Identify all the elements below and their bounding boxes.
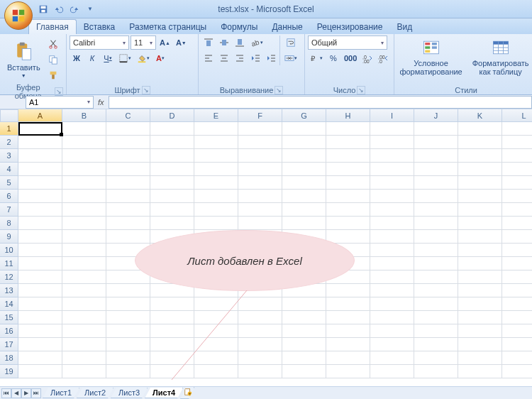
cell[interactable] <box>282 351 326 365</box>
cell[interactable] <box>194 217 238 230</box>
cell[interactable] <box>62 136 106 149</box>
name-box[interactable]: A1 ▾ <box>26 96 94 109</box>
cell[interactable] <box>238 203 282 217</box>
row-header[interactable]: 7 <box>0 203 18 217</box>
cell[interactable] <box>502 217 532 230</box>
ribbon-tab-4[interactable]: Данные <box>265 20 309 34</box>
cell[interactable] <box>414 244 458 257</box>
orientation-button[interactable]: ab▾ <box>248 35 265 50</box>
cell[interactable] <box>194 297 238 311</box>
row-header[interactable]: 16 <box>0 324 18 338</box>
cell[interactable] <box>150 190 194 203</box>
cell[interactable] <box>326 122 370 136</box>
cell[interactable] <box>502 136 532 149</box>
cell[interactable] <box>458 122 502 136</box>
cell[interactable] <box>150 365 194 378</box>
qat-customize-icon[interactable]: ▼ <box>84 3 96 16</box>
cell[interactable] <box>18 338 62 351</box>
cell[interactable] <box>62 311 106 324</box>
cell[interactable] <box>62 149 106 163</box>
number-format-combo[interactable]: Общий ▾ <box>308 35 387 50</box>
cell[interactable] <box>18 149 62 163</box>
cell[interactable] <box>106 176 150 190</box>
qat-save-icon[interactable] <box>37 3 50 16</box>
cell[interactable] <box>62 351 106 365</box>
cell[interactable] <box>326 163 370 176</box>
cell[interactable] <box>458 365 502 378</box>
cell[interactable] <box>238 297 282 311</box>
cell[interactable] <box>194 203 238 217</box>
cell[interactable] <box>502 176 532 190</box>
cell[interactable] <box>150 149 194 163</box>
cell[interactable] <box>18 217 62 230</box>
cell[interactable] <box>414 297 458 311</box>
cell[interactable] <box>18 230 62 244</box>
cell[interactable] <box>370 324 414 338</box>
cell[interactable] <box>370 284 414 297</box>
cell[interactable] <box>282 203 326 217</box>
cell[interactable] <box>62 324 106 338</box>
cell[interactable] <box>150 311 194 324</box>
cell[interactable] <box>238 338 282 351</box>
cell[interactable] <box>62 338 106 351</box>
cell[interactable] <box>194 176 238 190</box>
cell[interactable] <box>62 297 106 311</box>
sheet-nav-prev-icon[interactable]: ◀ <box>11 388 21 398</box>
row-header[interactable]: 10 <box>0 244 18 257</box>
cell[interactable] <box>18 324 62 338</box>
cell[interactable] <box>458 230 502 244</box>
cell[interactable] <box>282 176 326 190</box>
cell[interactable] <box>150 176 194 190</box>
cell[interactable] <box>326 365 370 378</box>
ribbon-tab-6[interactable]: Вид <box>389 20 419 34</box>
cell[interactable] <box>414 190 458 203</box>
cell[interactable] <box>414 176 458 190</box>
cell[interactable] <box>62 257 106 270</box>
cell[interactable] <box>502 270 532 284</box>
cell[interactable] <box>458 136 502 149</box>
cell[interactable] <box>150 136 194 149</box>
qat-redo-icon[interactable] <box>68 3 81 16</box>
cell[interactable] <box>238 190 282 203</box>
cell[interactable] <box>458 190 502 203</box>
cell[interactable] <box>458 217 502 230</box>
cell[interactable] <box>326 190 370 203</box>
cell[interactable] <box>502 257 532 270</box>
cell[interactable] <box>238 149 282 163</box>
cell[interactable] <box>18 297 62 311</box>
cell[interactable] <box>238 136 282 149</box>
cell[interactable] <box>370 176 414 190</box>
cell[interactable] <box>414 324 458 338</box>
row-header[interactable]: 11 <box>0 257 18 270</box>
row-header[interactable]: 2 <box>0 136 18 149</box>
cell[interactable] <box>150 217 194 230</box>
cell[interactable] <box>238 176 282 190</box>
cell[interactable] <box>414 257 458 270</box>
row-header[interactable]: 5 <box>0 176 18 190</box>
cell[interactable] <box>370 122 414 136</box>
shrink-font-button[interactable]: A▼ <box>174 35 189 50</box>
align-middle-button[interactable] <box>217 35 231 50</box>
cell[interactable] <box>326 230 370 244</box>
column-header[interactable]: F <box>238 109 282 122</box>
align-right-button[interactable] <box>233 51 247 65</box>
cell[interactable] <box>414 311 458 324</box>
ribbon-tab-0[interactable]: Главная <box>28 19 77 34</box>
wrap-text-button[interactable] <box>282 35 299 50</box>
cell[interactable] <box>326 297 370 311</box>
cell[interactable] <box>238 122 282 136</box>
cell[interactable] <box>502 244 532 257</box>
cell[interactable] <box>370 230 414 244</box>
row-header[interactable]: 6 <box>0 190 18 203</box>
cell[interactable] <box>194 351 238 365</box>
row-header[interactable]: 19 <box>0 365 18 378</box>
column-header[interactable]: B <box>62 109 106 122</box>
cell[interactable] <box>414 270 458 284</box>
cell[interactable] <box>458 149 502 163</box>
cell[interactable] <box>282 338 326 351</box>
select-all-corner[interactable] <box>0 109 18 122</box>
align-center-button[interactable] <box>217 51 231 65</box>
sheet-nav-last-icon[interactable]: ⏭ <box>31 388 41 398</box>
cell[interactable] <box>150 324 194 338</box>
cell[interactable] <box>370 149 414 163</box>
